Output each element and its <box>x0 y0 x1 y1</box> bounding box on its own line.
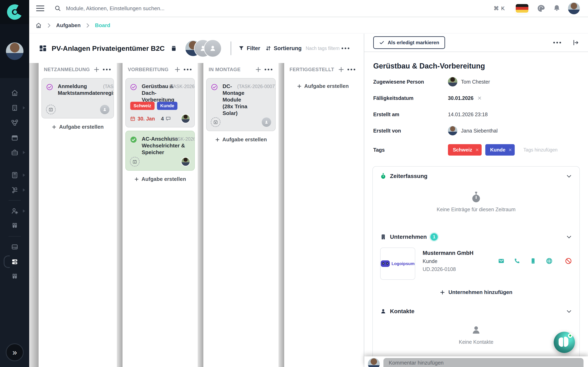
stopwatch-icon <box>471 191 481 203</box>
tag-filter-placeholder[interactable]: Nach tags filtern <box>306 46 339 51</box>
sidebar-item-calendar[interactable] <box>0 130 29 145</box>
comments-count[interactable]: 4 <box>161 116 171 122</box>
add-card-icon[interactable] <box>94 67 100 73</box>
sidebar-item-logistics[interactable] <box>0 183 29 197</box>
language-flag-icon[interactable] <box>516 4 528 13</box>
app-logo[interactable] <box>0 0 29 24</box>
check-icon <box>379 40 384 45</box>
add-task-button[interactable]: Aufgabe erstellen <box>287 83 359 89</box>
hamburger-menu-icon[interactable] <box>36 6 44 11</box>
collapse-panel-icon[interactable] <box>572 39 579 46</box>
board-more-menu-icon[interactable] <box>339 45 351 51</box>
column-header: NETZANMELDUNG <box>42 63 114 75</box>
sidebar-item-workflows[interactable] <box>0 115 29 130</box>
global-search-input[interactable] <box>66 5 250 12</box>
breadcrumb-aufgaben[interactable]: Aufgaben <box>56 22 81 29</box>
sort-label: Sortierung <box>274 45 302 52</box>
board-members[interactable] <box>185 40 221 57</box>
chevron-down-icon[interactable] <box>566 308 572 314</box>
detail-sections-card: Zeiterfassung Keine Einträge für diesen … <box>372 166 580 367</box>
tags-value: Schweiz Kunde Tags hinzufügen <box>448 144 558 156</box>
submenu-arrow-icon <box>23 151 25 154</box>
add-task-button[interactable]: Aufgabe erstellen <box>125 176 195 182</box>
task-card[interactable]: Anmeldung Marktstammdatenregister (TASK <box>42 78 114 118</box>
sidebar-expand-button[interactable]: » <box>6 343 24 361</box>
add-card-icon[interactable] <box>174 67 181 73</box>
due-date[interactable]: 30. Jan <box>130 116 155 122</box>
sidebar-item-tests[interactable] <box>0 218 29 233</box>
add-card-icon[interactable] <box>338 67 344 73</box>
task-card[interactable]: AC-Anschluss Wechselrichter & Speicher (… <box>125 131 195 171</box>
sidebar-item-projects[interactable] <box>0 145 29 160</box>
company-row[interactable]: Logoipsum Mustermann GmbH Kunde UD.2026-… <box>380 248 572 280</box>
notifications-bell-icon[interactable] <box>553 4 561 13</box>
due-date-value[interactable]: 30.01.2026 <box>448 95 482 101</box>
status-check-icon[interactable] <box>46 83 53 91</box>
assignee-avatar[interactable] <box>181 157 190 166</box>
assignee-placeholder[interactable] <box>262 117 271 127</box>
status-check-done-icon[interactable] <box>130 136 137 143</box>
column-gutter <box>278 63 284 367</box>
sort-button[interactable]: Sortierung <box>265 45 302 52</box>
person-icon <box>471 324 481 336</box>
tags-add-placeholder[interactable]: Tags hinzufügen <box>523 147 558 153</box>
sidebar-item-tasks-board[interactable] <box>0 254 29 269</box>
assignee-placeholder[interactable] <box>100 105 109 114</box>
mobile-icon[interactable] <box>530 258 536 264</box>
theme-palette-icon[interactable] <box>536 4 545 13</box>
sidebar-item-user-settings[interactable] <box>0 203 29 218</box>
sidebar-item-companies[interactable] <box>0 100 29 115</box>
block-icon[interactable] <box>565 257 572 265</box>
column-more-icon[interactable] <box>182 67 194 72</box>
tag-kunde[interactable]: Kunde <box>485 144 515 156</box>
empty-label: Keine Einträge für diesen Zeitraum <box>437 207 516 212</box>
created-by-value: Jana Siebenthal <box>448 126 498 135</box>
remove-tag-icon[interactable] <box>508 148 512 152</box>
filter-button[interactable]: Filter <box>238 45 260 52</box>
chevron-down-icon[interactable] <box>566 234 572 240</box>
add-due-date-button[interactable] <box>211 117 221 127</box>
home-icon[interactable] <box>35 22 42 29</box>
sidebar-item-home[interactable] <box>0 85 29 100</box>
tag-kunde[interactable]: Kunde <box>157 102 177 110</box>
email-icon[interactable] <box>498 258 505 264</box>
add-due-date-button[interactable] <box>46 105 56 114</box>
company-name: Mustermann GmbH <box>423 250 474 256</box>
website-globe-icon[interactable] <box>545 257 553 265</box>
tag-schweiz[interactable]: Schweiz <box>130 102 155 110</box>
column-more-icon[interactable] <box>346 67 357 72</box>
user-avatar[interactable] <box>568 2 580 14</box>
assignee-value[interactable]: Tom Chester <box>448 77 490 86</box>
clear-date-icon[interactable] <box>477 96 482 100</box>
add-task-button[interactable]: Aufgabe erstellen <box>206 136 276 143</box>
detail-more-menu-icon[interactable] <box>551 40 563 45</box>
section-kontakte[interactable]: Kontakte <box>380 308 572 315</box>
mark-done-button[interactable]: Als erledigt markieren <box>373 36 445 49</box>
tag-schweiz[interactable]: Schweiz <box>448 144 482 156</box>
phone-icon[interactable] <box>514 258 521 264</box>
section-zeiterfassung[interactable]: Zeiterfassung <box>380 173 572 180</box>
sidebar-item-labs[interactable] <box>0 269 29 284</box>
chevron-down-icon[interactable] <box>566 173 572 179</box>
task-tags: Schweiz Kunde <box>130 102 177 110</box>
sidebar-user-avatar[interactable] <box>0 24 29 78</box>
comment-input[interactable] <box>383 358 584 367</box>
column-more-icon[interactable] <box>101 67 113 72</box>
add-task-button[interactable]: Aufgabe erstellen <box>42 124 114 130</box>
column-more-icon[interactable] <box>263 67 274 72</box>
plus-icon <box>215 137 220 142</box>
task-card[interactable]: DC-Montage Module (28x Trina Solar) (TAS… <box>206 78 276 131</box>
assignee-avatar[interactable] <box>181 114 190 123</box>
sidebar-item-terminal[interactable] <box>0 239 29 254</box>
status-check-icon[interactable] <box>211 83 218 91</box>
sidebar-item-invoices[interactable] <box>0 167 29 183</box>
section-unternehmen[interactable]: Unternehmen 1 <box>380 233 572 241</box>
task-card-selected[interactable]: Gerüstbau & Dach-Vorbereitung (TASK-2026… <box>125 78 195 127</box>
add-due-date-button[interactable] <box>130 157 140 167</box>
archive-icon[interactable] <box>170 44 177 52</box>
status-check-icon[interactable] <box>130 83 137 91</box>
add-company-button[interactable]: Unternehmen hinzufügen <box>380 289 572 295</box>
add-card-icon[interactable] <box>255 67 261 73</box>
ai-assistant-button[interactable] <box>554 332 575 353</box>
remove-tag-icon[interactable] <box>475 148 479 152</box>
